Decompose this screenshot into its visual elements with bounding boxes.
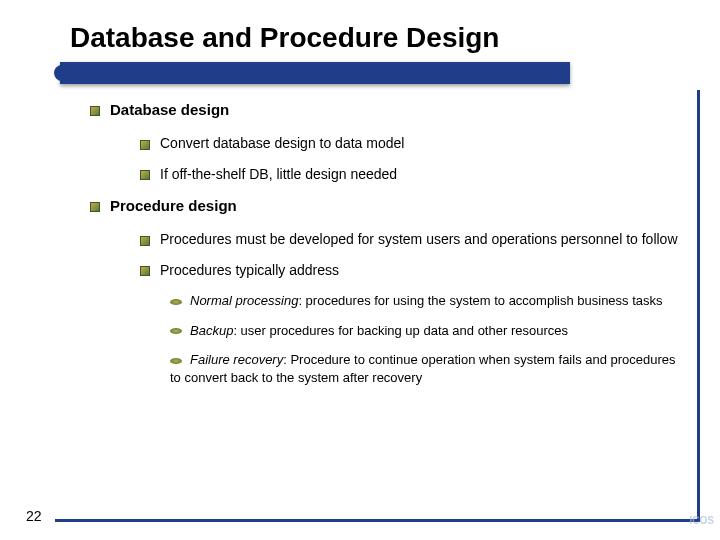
bullet-emphasis: Failure recovery xyxy=(190,352,283,367)
slide-body: Database design Convert database design … xyxy=(90,100,680,398)
page-number: 22 xyxy=(26,508,42,524)
slide: Database and Procedure Design Database d… xyxy=(0,0,720,540)
bullet-text: Procedures typically address xyxy=(160,262,339,278)
bullet-level1: Database design xyxy=(90,100,680,120)
bullet-text: : procedures for using the system to acc… xyxy=(298,293,662,308)
bullet-emphasis: Normal processing xyxy=(190,293,298,308)
bullet-level3: Normal processing: procedures for using … xyxy=(170,292,680,310)
bullet-text: If off-the-shelf DB, little design neede… xyxy=(160,166,397,182)
bullet-level1: Procedure design xyxy=(90,196,680,216)
bullet-text: Procedure design xyxy=(110,197,237,214)
title-underline-bar xyxy=(60,62,570,84)
bullet-text: Database design xyxy=(110,101,229,118)
bullet-emphasis: Backup xyxy=(190,323,233,338)
bullet-level2: If off-the-shelf DB, little design neede… xyxy=(140,165,680,184)
watermark-logo: ICOS xyxy=(690,516,714,526)
bullet-level2: Convert database design to data model xyxy=(140,134,680,153)
bullet-text: Convert database design to data model xyxy=(160,135,404,151)
bullet-level2: Procedures must be developed for system … xyxy=(140,230,680,249)
bullet-level3: Failure recovery: Procedure to continue … xyxy=(170,351,680,386)
bullet-text: : user procedures for backing up data an… xyxy=(233,323,568,338)
slide-title: Database and Procedure Design xyxy=(70,22,499,54)
bullet-level2: Procedures typically address xyxy=(140,261,680,280)
bullet-level3: Backup: user procedures for backing up d… xyxy=(170,322,680,340)
bullet-text: Procedures must be developed for system … xyxy=(160,231,678,247)
